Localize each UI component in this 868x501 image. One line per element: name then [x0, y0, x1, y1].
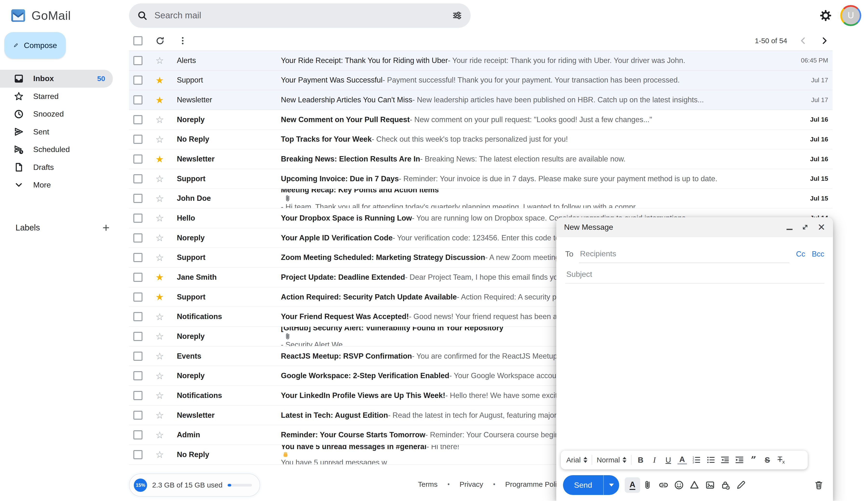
add-label-button[interactable]: +: [100, 222, 112, 234]
insert-emoji-button[interactable]: [671, 477, 687, 493]
email-row[interactable]: ☆ Support Upcoming Invoice: Due in 7 Day…: [129, 169, 833, 189]
attach-file-button[interactable]: [640, 477, 656, 493]
star-icon[interactable]: ☆: [155, 332, 165, 341]
email-checkbox[interactable]: [133, 233, 143, 243]
email-row[interactable]: ★ Support Your Payment Was Successful- P…: [129, 71, 833, 90]
paragraph-style-select[interactable]: Normal: [597, 456, 627, 464]
underline-button[interactable]: U: [663, 456, 673, 464]
send-button[interactable]: Send: [563, 475, 603, 495]
recipients-input[interactable]: [579, 245, 789, 263]
star-icon[interactable]: ★: [155, 292, 165, 302]
bulleted-list-icon[interactable]: [706, 455, 716, 465]
select-all-checkbox[interactable]: [133, 36, 143, 45]
outdent-icon[interactable]: [720, 455, 730, 465]
email-row[interactable]: ☆ No Reply Top Tracks for Your Week- Che…: [129, 130, 833, 150]
search-icon[interactable]: [137, 10, 148, 21]
star-icon[interactable]: ☆: [155, 312, 165, 321]
email-row[interactable]: ★ Newsletter Breaking News: Election Res…: [129, 149, 833, 169]
email-checkbox[interactable]: [133, 174, 143, 183]
email-checkbox[interactable]: [133, 312, 143, 321]
footer-link-privacy[interactable]: Privacy: [460, 480, 483, 489]
insert-signature-button[interactable]: [733, 477, 749, 493]
email-checkbox[interactable]: [133, 214, 143, 223]
settings-gear-icon[interactable]: [819, 9, 832, 22]
email-checkbox[interactable]: [133, 154, 143, 164]
email-row[interactable]: ☆ John Doe Meeting Recap: Key Points and…: [129, 189, 833, 209]
star-icon[interactable]: ☆: [155, 253, 165, 262]
email-checkbox[interactable]: [133, 411, 143, 420]
email-checkbox[interactable]: [133, 194, 143, 203]
remove-formatting-icon[interactable]: Tx: [776, 455, 786, 465]
next-page-icon[interactable]: [819, 36, 829, 46]
quote-icon[interactable]: ”: [749, 455, 758, 465]
refresh-icon[interactable]: [155, 35, 165, 46]
star-icon[interactable]: ☆: [155, 135, 165, 144]
footer-link-terms[interactable]: Terms: [418, 480, 437, 489]
insert-from-drive-button[interactable]: [687, 477, 702, 493]
star-icon[interactable]: ★: [155, 154, 165, 164]
email-row[interactable]: ☆ Alerts Your Ride Receipt: Thank You fo…: [129, 51, 833, 71]
sidebar-item-inbox[interactable]: Inbox 50: [0, 70, 113, 87]
email-checkbox[interactable]: [133, 371, 143, 380]
star-icon[interactable]: ☆: [155, 233, 165, 243]
star-icon[interactable]: ☆: [155, 450, 165, 459]
email-checkbox[interactable]: [133, 391, 143, 400]
star-icon[interactable]: ☆: [155, 411, 165, 420]
search-input[interactable]: [153, 10, 452, 21]
numbered-list-icon[interactable]: [691, 455, 701, 465]
formatting-options-button[interactable]: A: [625, 477, 640, 493]
star-icon[interactable]: ☆: [155, 351, 165, 361]
email-checkbox[interactable]: [133, 76, 143, 85]
fullscreen-icon[interactable]: [801, 223, 809, 231]
star-icon[interactable]: ☆: [155, 391, 165, 400]
star-icon[interactable]: ★: [155, 95, 165, 105]
email-checkbox[interactable]: [133, 430, 143, 439]
email-checkbox[interactable]: [133, 95, 143, 105]
font-family-select[interactable]: Arial: [567, 456, 587, 464]
italic-button[interactable]: I: [650, 456, 659, 464]
email-checkbox[interactable]: [133, 56, 143, 65]
star-icon[interactable]: ☆: [155, 56, 165, 65]
prev-page-icon[interactable]: [798, 36, 808, 46]
sidebar-item-scheduled[interactable]: Scheduled: [0, 141, 113, 158]
cc-link[interactable]: Cc: [796, 250, 805, 258]
star-icon[interactable]: ★: [155, 273, 165, 282]
minimize-icon[interactable]: [787, 229, 792, 230]
logo[interactable]: GoMail: [0, 7, 120, 24]
star-icon[interactable]: ☆: [155, 174, 165, 183]
email-checkbox[interactable]: [133, 450, 143, 459]
email-row[interactable]: ☆ Noreply New Comment on Your Pull Reque…: [129, 110, 833, 130]
insert-photo-button[interactable]: [702, 477, 717, 493]
bcc-link[interactable]: Bcc: [812, 250, 824, 258]
tune-filter-icon[interactable]: [452, 10, 463, 21]
star-icon[interactable]: ☆: [155, 430, 165, 440]
compose-titlebar[interactable]: New Message ✕: [556, 217, 833, 237]
text-color-button[interactable]: A: [678, 455, 687, 465]
email-checkbox[interactable]: [133, 135, 143, 144]
star-icon[interactable]: ★: [155, 76, 165, 85]
sidebar-item-more[interactable]: More: [0, 176, 113, 194]
email-checkbox[interactable]: [133, 273, 143, 282]
star-icon[interactable]: ☆: [155, 115, 165, 124]
account-avatar[interactable]: U: [840, 5, 861, 26]
star-icon[interactable]: ☆: [155, 371, 165, 381]
subject-input[interactable]: [565, 265, 824, 284]
more-options-icon[interactable]: [177, 35, 188, 46]
compose-button[interactable]: Compose: [4, 32, 66, 58]
discard-draft-button[interactable]: [811, 477, 826, 493]
send-options-dropdown[interactable]: [603, 475, 619, 495]
close-icon[interactable]: ✕: [817, 223, 825, 232]
sidebar-item-drafts[interactable]: Drafts: [0, 159, 113, 176]
star-icon[interactable]: ☆: [155, 213, 165, 223]
strikethrough-button[interactable]: S: [762, 456, 772, 464]
insert-link-button[interactable]: [656, 477, 671, 493]
indent-icon[interactable]: [734, 455, 744, 465]
sidebar-item-snoozed[interactable]: Snoozed: [0, 105, 113, 123]
bold-button[interactable]: B: [636, 456, 645, 464]
email-checkbox[interactable]: [133, 352, 143, 361]
sidebar-item-sent[interactable]: Sent: [0, 123, 113, 141]
compose-body[interactable]: [556, 285, 833, 469]
star-icon[interactable]: ☆: [155, 194, 165, 203]
email-checkbox[interactable]: [133, 332, 143, 341]
sidebar-item-starred[interactable]: Starred: [0, 88, 113, 105]
